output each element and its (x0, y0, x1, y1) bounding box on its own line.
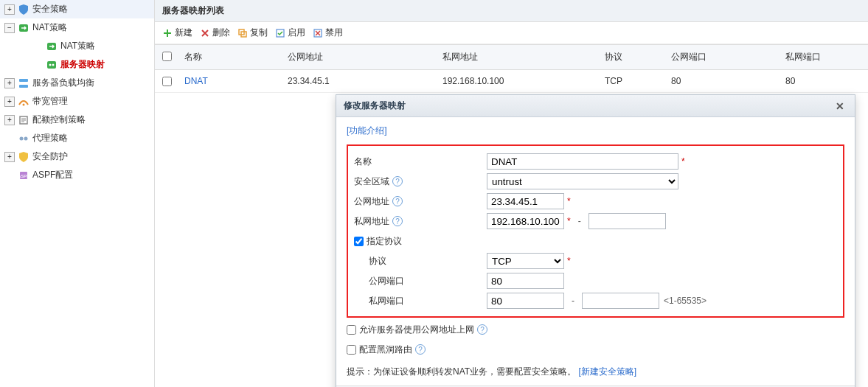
zone-select[interactable]: untrust (487, 173, 678, 189)
required-mark: * (681, 156, 685, 167)
highlight-region: 名称 * 安全区域 ? untrust 公网地址 ? (347, 144, 844, 318)
sidebar-item-label: NAT策略 (60, 40, 95, 52)
new-button[interactable]: 新建 (162, 27, 192, 39)
label-name: 名称 (354, 156, 487, 168)
label-zone: 安全区域 ? (354, 175, 487, 188)
plus-icon (162, 28, 173, 38)
svg-point-7 (23, 103, 25, 105)
pubport-input[interactable] (487, 273, 564, 289)
sidebar-item-label: 服务器负载均衡 (32, 77, 94, 89)
disable-button[interactable]: 禁用 (313, 27, 343, 39)
label-pubport: 公网端口 (354, 275, 487, 287)
sidebar-item-slb[interactable]: + 服务器负载均衡 (0, 74, 154, 92)
shield-icon (18, 4, 29, 15)
sidebar-item-label: 配额控制策略 (32, 114, 86, 126)
grid-header-row: 名称 公网地址 私网地址 协议 公网端口 私网端口 (155, 44, 868, 70)
range-dash: - (572, 296, 574, 306)
row-privip: 192.168.10.100 (435, 70, 597, 92)
svg-rect-6 (19, 85, 28, 88)
dialog-tip: 提示：为保证设备顺利转发NAT业务，需要配置安全策略。 [新建安全策略] (347, 366, 844, 378)
help-icon[interactable]: ? (392, 216, 403, 226)
expander-icon[interactable]: − (4, 23, 15, 33)
sidebar-item-defense[interactable]: + 安全防护 (0, 147, 154, 166)
row-pubip: 23.34.45.1 (280, 70, 435, 92)
svg-text:ASPF: ASPF (18, 174, 29, 178)
blackhole-checkbox[interactable] (347, 345, 356, 355)
label-proto: 协议 (354, 255, 487, 268)
sidebar-item-nat-policy[interactable]: − NAT策略 (0, 18, 154, 37)
dialog: 修改服务器映射 ✕ [功能介绍] 名称 * 安全区域 ? untrust (336, 94, 855, 387)
proxy-icon (18, 133, 29, 144)
sidebar-item-nat-policy-sub[interactable]: NAT策略 (0, 37, 154, 55)
help-icon[interactable]: ? (415, 344, 426, 355)
expander-icon[interactable]: + (4, 97, 15, 107)
privip-start-input[interactable] (487, 213, 564, 229)
load-balance-icon (18, 77, 29, 89)
disable-icon (313, 28, 323, 38)
sidebar-item-label: 安全防护 (32, 150, 68, 163)
sidebar-item-aspf[interactable]: ASPF ASPF配置 (0, 166, 154, 184)
header-name[interactable]: 名称 (177, 45, 280, 69)
header-privport[interactable]: 私网端口 (778, 45, 868, 69)
expander-spacer (4, 133, 15, 144)
expander-icon[interactable]: + (4, 115, 15, 125)
expander-icon[interactable]: + (4, 4, 15, 15)
pubip-input[interactable] (487, 193, 564, 209)
select-all-checkbox[interactable] (162, 52, 172, 61)
expander-spacer (4, 170, 15, 181)
row-checkbox-cell (155, 70, 177, 92)
dialog-body: [功能介绍] 名称 * 安全区域 ? untrust (336, 117, 855, 386)
privport-end-input[interactable] (582, 293, 659, 309)
row-name-link[interactable]: DNAT (177, 70, 280, 92)
privip-end-input[interactable] (588, 213, 666, 229)
button-label: 启用 (288, 27, 305, 39)
delete-button[interactable]: 删除 (200, 27, 230, 39)
table-row[interactable]: DNAT 23.34.45.1 192.168.10.100 TCP 80 80 (155, 70, 868, 93)
tip-text: 提示：为保证设备顺利转发NAT业务，需要配置安全策略。 (347, 366, 576, 377)
name-input[interactable] (487, 153, 678, 170)
server-map-icon (46, 59, 58, 71)
privport-start-input[interactable] (487, 293, 564, 309)
svg-point-3 (49, 63, 52, 66)
sidebar-item-proxy[interactable]: 代理策略 (0, 129, 154, 147)
spec-proto-checkbox[interactable] (354, 237, 364, 246)
header-proto[interactable]: 协议 (597, 45, 664, 69)
allow-pub-checkbox[interactable] (347, 325, 356, 335)
grid: 名称 公网地址 私网地址 协议 公网端口 私网端口 DNAT 23.34.45.… (155, 44, 868, 93)
expander-icon[interactable]: + (4, 152, 15, 162)
header-pubport[interactable]: 公网端口 (664, 45, 778, 69)
svg-rect-2 (47, 61, 56, 69)
header-privip[interactable]: 私网地址 (435, 45, 597, 69)
defense-shield-icon (18, 151, 29, 163)
required-mark: * (567, 256, 571, 266)
enable-button[interactable]: 启用 (275, 27, 305, 39)
required-mark: * (567, 196, 571, 206)
row-proto: TCP (597, 70, 664, 92)
svg-point-4 (52, 63, 55, 66)
x-icon (200, 28, 210, 38)
label-allow-pub: 允许服务器使用公网地址上网 (359, 324, 474, 336)
sidebar-item-security-policy[interactable]: + 安全策略 (0, 0, 154, 18)
sidebar-item-server-mapping[interactable]: 服务器映射 (0, 55, 154, 74)
new-security-policy-link[interactable]: [新建安全策略] (578, 366, 636, 377)
expander-icon[interactable]: + (4, 78, 15, 88)
proto-select[interactable]: TCP (487, 253, 564, 269)
label-pubip: 公网地址 ? (354, 195, 487, 208)
range-hint: <1-65535> (664, 296, 706, 306)
row-privport: 80 (778, 70, 868, 92)
copy-button[interactable]: 复制 (237, 27, 268, 39)
expander-spacer (32, 60, 43, 70)
dialog-title-text: 修改服务器映射 (344, 100, 406, 112)
close-icon[interactable]: ✕ (833, 100, 847, 112)
help-icon[interactable]: ? (477, 324, 487, 335)
row-checkbox[interactable] (162, 77, 172, 86)
dialog-titlebar[interactable]: 修改服务器映射 ✕ (336, 95, 855, 117)
help-icon[interactable]: ? (392, 196, 403, 206)
svg-point-10 (24, 136, 28, 140)
header-pubip[interactable]: 公网地址 (280, 45, 435, 69)
nat-icon (18, 22, 29, 34)
help-icon[interactable]: ? (392, 176, 403, 186)
sidebar-item-quota[interactable]: + 配额控制策略 (0, 111, 154, 129)
function-intro-link[interactable]: [功能介绍] (347, 125, 387, 137)
sidebar-item-bandwidth[interactable]: + 带宽管理 (0, 92, 154, 111)
